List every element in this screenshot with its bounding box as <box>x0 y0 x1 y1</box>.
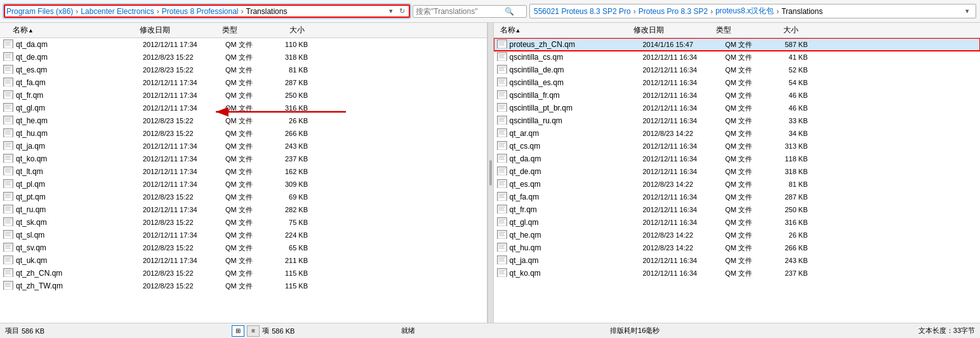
table-row[interactable]: qt_ja.qm 2012/12/11 16:34 QM 文件 243 KB <box>494 254 981 267</box>
left-file-list[interactable]: qt_da.qm 2012/12/11 17:34 QM 文件 110 KB q… <box>0 38 487 323</box>
col-header-date-right[interactable]: 修改日期 <box>633 25 716 36</box>
svg-rect-58 <box>5 220 10 222</box>
table-row[interactable]: qt_ko.qm 2012/12/11 17:34 QM 文件 237 KB <box>0 152 487 165</box>
right-bc-3[interactable]: proteus8.x汉化包 <box>715 6 774 17</box>
search-icon[interactable]: 🔍 <box>505 7 514 16</box>
table-row[interactable]: qt_ru.qm 2012/12/11 17:34 QM 文件 282 KB <box>0 203 487 216</box>
right-bc-1[interactable]: 556021 Proteus 8.3 SP2 Pro <box>534 7 631 16</box>
svg-rect-72 <box>4 269 13 277</box>
table-row[interactable]: qt_zh_CN.qm 2012/8/23 15:22 QM 文件 115 KB <box>0 267 487 280</box>
table-row[interactable]: qt_ar.qm 2012/8/23 14:22 QM 文件 34 KB <box>494 127 981 140</box>
table-row[interactable]: qscintilla_fr.qm 2012/12/11 16:34 QM 文件 … <box>494 89 981 102</box>
col-header-size-right[interactable]: 大小 <box>760 25 805 36</box>
table-row[interactable]: qt_lt.qm 2012/12/11 17:34 QM 文件 162 KB <box>0 165 487 178</box>
refresh-btn-left[interactable]: ↻ <box>397 6 407 17</box>
cell-date: 2012/8/23 15:22 <box>143 53 225 61</box>
col-header-size-left[interactable]: 大小 <box>267 25 311 36</box>
grid-view-btn[interactable]: ⊞ <box>232 325 244 337</box>
svg-rect-117 <box>499 156 505 157</box>
search-box[interactable]: 🔍 <box>413 5 527 18</box>
svg-rect-28 <box>4 129 13 137</box>
svg-rect-118 <box>499 157 504 158</box>
table-row[interactable]: qt_hu.qm 2012/8/23 15:22 QM 文件 266 KB <box>0 127 487 140</box>
table-row[interactable]: qt_fa.qm 2012/12/11 17:34 QM 文件 287 KB <box>0 76 487 89</box>
table-row[interactable]: qt_fa.qm 2012/12/11 16:34 QM 文件 287 KB <box>494 191 981 203</box>
svg-rect-145 <box>499 245 505 246</box>
cell-size: 282 KB <box>270 206 314 213</box>
cell-size: 65 KB <box>270 244 314 252</box>
file-icon-img <box>3 166 13 175</box>
table-row[interactable]: qscintilla_cs.qm 2012/12/11 16:34 QM 文件 … <box>494 51 981 64</box>
svg-rect-37 <box>5 156 11 157</box>
table-row[interactable]: qt_de.qm 2012/8/23 15:22 QM 文件 318 KB <box>0 51 487 64</box>
cell-name: qt_hu.qm <box>510 243 643 252</box>
table-row[interactable]: qt_fr.qm 2012/12/11 17:34 QM 文件 250 KB <box>0 89 487 102</box>
table-row[interactable]: qt_de.qm 2012/12/11 16:34 QM 文件 318 KB <box>494 165 981 178</box>
svg-rect-53 <box>5 206 11 208</box>
cell-size: 41 KB <box>770 53 814 61</box>
table-row[interactable]: qt_da.qm 2012/12/11 16:34 QM 文件 118 KB <box>494 152 981 165</box>
col-header-name-left[interactable]: 名称 ▲ <box>0 25 140 36</box>
table-row[interactable]: qt_gl.qm 2012/12/11 17:34 QM 文件 316 KB <box>0 102 487 114</box>
file-icon-img <box>497 217 507 226</box>
breadcrumb-last-left: Translations <box>246 7 288 16</box>
table-row[interactable]: qt_zh_TW.qm 2012/8/23 15:22 QM 文件 115 KB <box>0 280 487 292</box>
left-address-bar[interactable]: Program Files (x86) › Labcenter Electron… <box>4 4 410 18</box>
cell-type: QM 文件 <box>725 65 770 75</box>
table-row[interactable]: qt_es.qm 2012/8/23 14:22 QM 文件 81 KB <box>494 178 981 191</box>
table-row[interactable]: qt_fr.qm 2012/12/11 16:34 QM 文件 250 KB <box>494 203 981 216</box>
breadcrumb-part-1[interactable]: Program Files (x86) <box>6 7 73 16</box>
breadcrumb-part-3[interactable]: Proteus 8 Professional <box>162 7 239 16</box>
table-row[interactable]: qt_ko.qm 2012/12/11 16:34 QM 文件 237 KB <box>494 267 981 280</box>
table-row[interactable]: qt_sv.qm 2012/8/23 15:22 QM 文件 65 KB <box>0 241 487 254</box>
search-input[interactable] <box>416 7 505 16</box>
svg-rect-35 <box>5 146 11 147</box>
table-row[interactable]: qt_uk.qm 2012/12/11 17:34 QM 文件 211 KB <box>0 254 487 267</box>
table-row[interactable]: qscintilla_pt_br.qm 2012/12/11 16:34 QM … <box>494 102 981 114</box>
svg-rect-128 <box>498 193 507 201</box>
svg-rect-74 <box>5 271 10 273</box>
table-row[interactable]: qt_pt.qm 2012/8/23 15:22 QM 文件 69 KB <box>0 191 487 203</box>
table-row[interactable]: qt_es.qm 2012/8/23 15:22 QM 文件 81 KB <box>0 64 487 76</box>
dropdown-btn-left[interactable]: ▾ <box>387 6 395 17</box>
svg-rect-17 <box>5 92 11 93</box>
svg-rect-2 <box>5 43 10 44</box>
svg-rect-5 <box>5 54 11 55</box>
svg-rect-62 <box>5 233 10 234</box>
table-row[interactable]: qt_sk.qm 2012/8/23 15:22 QM 文件 75 KB <box>0 216 487 229</box>
svg-rect-132 <box>498 205 507 213</box>
table-row[interactable]: qscintilla_ru.qm 2012/12/11 16:34 QM 文件 … <box>494 114 981 127</box>
svg-rect-36 <box>4 154 13 163</box>
table-row[interactable]: qt_he.qm 2012/8/23 15:22 QM 文件 26 KB <box>0 114 487 127</box>
table-row[interactable]: qt_gl.qm 2012/12/11 16:34 QM 文件 316 KB <box>494 216 981 229</box>
dropdown-btn-right[interactable]: ▾ <box>963 6 972 17</box>
col-header-name-right[interactable]: 名称 ▲ <box>494 25 633 36</box>
table-row[interactable]: qt_he.qm 2012/8/23 14:22 QM 文件 26 KB <box>494 229 981 241</box>
right-address-bar[interactable]: 556021 Proteus 8.3 SP2 Pro › Proteus Pro… <box>529 4 976 18</box>
file-icon <box>3 217 13 227</box>
table-row[interactable]: qt_ja.qm 2012/12/11 17:34 QM 文件 243 KB <box>0 140 487 152</box>
table-row[interactable]: qt_hu.qm 2012/8/23 14:22 QM 文件 266 KB <box>494 241 981 254</box>
table-row[interactable]: proteus_zh_CN.qm 2014/1/16 15:47 QM 文件 5… <box>494 38 981 51</box>
col-header-type-right[interactable]: 类型 <box>716 25 760 36</box>
table-row[interactable]: qt_cs.qm 2012/12/11 16:34 QM 文件 313 KB <box>494 140 981 152</box>
breadcrumb-part-2[interactable]: Labcenter Electronics <box>81 7 154 16</box>
svg-rect-59 <box>5 222 11 224</box>
table-row[interactable]: qt_sl.qm 2012/12/11 17:34 QM 文件 224 KB <box>0 229 487 241</box>
pane-resize-handle[interactable] <box>487 23 494 323</box>
cell-size: 316 KB <box>770 219 814 226</box>
right-file-list[interactable]: proteus_zh_CN.qm 2014/1/16 15:47 QM 文件 5… <box>494 38 981 323</box>
svg-rect-91 <box>499 70 505 71</box>
right-breadcrumb: 556021 Proteus 8.3 SP2 Pro › Proteus Pro… <box>534 6 963 17</box>
table-row[interactable]: qt_pl.qm 2012/12/11 17:34 QM 文件 309 KB <box>0 178 487 191</box>
cell-size: 224 KB <box>270 231 314 239</box>
table-row[interactable]: qscintilla_de.qm 2012/12/11 16:34 QM 文件 … <box>494 64 981 76</box>
cell-size: 162 KB <box>270 168 314 175</box>
list-view-btn[interactable]: ≡ <box>247 325 260 337</box>
table-row[interactable]: qscintilla_es.qm 2012/12/11 16:34 QM 文件 … <box>494 76 981 89</box>
col-header-type-left[interactable]: 类型 <box>222 25 267 36</box>
col-header-date-left[interactable]: 修改日期 <box>140 25 222 36</box>
cell-name: qt_cs.qm <box>510 142 643 151</box>
right-bc-2[interactable]: Proteus Pro 8.3 SP2 <box>639 7 708 16</box>
table-row[interactable]: qt_da.qm 2012/12/11 17:34 QM 文件 110 KB <box>0 38 487 51</box>
